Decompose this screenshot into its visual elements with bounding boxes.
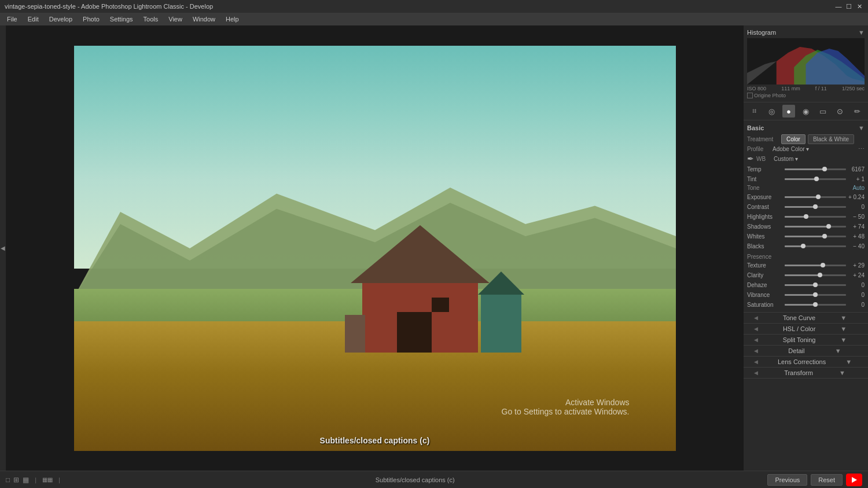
basic-toggle[interactable]: ▼ (858, 124, 865, 131)
saturation-slider[interactable] (785, 304, 846, 306)
eyedropper-icon[interactable]: ✒ (747, 154, 754, 163)
bottom-bar: □ ⊞ ▦ | ▦▦ | Subtitles/closed captions (… (0, 471, 868, 488)
temp-slider-row: Temp 6167 (747, 164, 865, 174)
youtube-icon[interactable] (846, 474, 862, 486)
profile-value[interactable]: Adobe Color ▾ (773, 146, 856, 152)
split-toning-section[interactable]: ◀ Split Toning ▼ (744, 335, 868, 346)
window-controls: — ☐ ✕ (834, 2, 863, 10)
menu-tools[interactable]: Tools (139, 14, 163, 24)
separator-1: | (35, 476, 36, 483)
clarity-fill (785, 274, 820, 276)
clarity-thumb[interactable] (818, 273, 822, 277)
adjustment-brush-tool[interactable]: ✏ (851, 105, 863, 118)
tone-curve-header: ◀ Tone Curve ▼ (747, 314, 865, 321)
red-eye-tool[interactable]: ◉ (799, 105, 812, 118)
menu-edit[interactable]: Edit (23, 14, 43, 24)
transform-section[interactable]: ◀ Transform ▼ (744, 368, 868, 379)
clarity-slider-row: Clarity + 24 (747, 270, 865, 280)
shadows-thumb[interactable] (826, 224, 831, 229)
vibrance-slider[interactable] (785, 294, 846, 296)
reset-button[interactable]: Reset (811, 474, 843, 486)
exposure-label: Exposure (747, 194, 785, 200)
menu-photo[interactable]: Photo (78, 14, 104, 24)
view-mode-compare[interactable]: ▦ (23, 476, 29, 484)
saturation-thumb[interactable] (813, 302, 818, 307)
shadows-slider[interactable] (785, 226, 846, 228)
graduated-filter-tool[interactable]: ▭ (816, 105, 829, 118)
whites-fill (785, 236, 825, 237)
tone-curve-section[interactable]: ◀ Tone Curve ▼ (744, 313, 868, 324)
retouch-tool[interactable]: ● (782, 105, 795, 118)
contrast-slider[interactable] (785, 206, 846, 208)
dehaze-slider[interactable] (785, 284, 846, 286)
lens-corrections-section[interactable]: ◀ Lens Corrections ▼ (744, 357, 868, 368)
svg-marker-9 (747, 61, 777, 85)
contrast-thumb[interactable] (813, 204, 818, 209)
youtube-play-icon (852, 477, 857, 483)
temp-thumb[interactable] (822, 167, 827, 171)
spot-removal-tool[interactable]: ◎ (765, 105, 778, 118)
close-button[interactable]: ✕ (855, 2, 863, 10)
tone-row: Tone Auto (747, 185, 865, 191)
lens-corrections-header: ◀ Lens Corrections ▼ (747, 358, 865, 365)
menu-settings[interactable]: Settings (105, 14, 138, 24)
orig-photo-label: Origine Photo (754, 93, 786, 98)
menu-develop[interactable]: Develop (45, 14, 77, 24)
orig-photo-checkbox[interactable] (747, 93, 753, 98)
lens-corrections-title: Lens Corrections (778, 358, 826, 365)
highlights-slider[interactable] (785, 216, 846, 218)
window-title: vintage-sepia-toned-style - Adobe Photos… (5, 3, 213, 10)
previous-button[interactable]: Previous (767, 474, 807, 486)
texture-thumb[interactable] (821, 263, 825, 267)
treatment-bw-button[interactable]: Black & White (808, 134, 854, 144)
crop-tool[interactable]: ⌗ (748, 105, 761, 118)
saturation-value: 0 (846, 302, 865, 308)
vibrance-thumb[interactable] (813, 292, 818, 297)
contrast-slider-row: Contrast 0 (747, 202, 865, 211)
dehaze-thumb[interactable] (813, 282, 818, 287)
whites-thumb[interactable] (822, 234, 827, 239)
detail-title: Detail (788, 347, 804, 354)
temp-slider[interactable] (785, 168, 846, 170)
treatment-color-button[interactable]: Color (781, 134, 806, 144)
exposure-thumb[interactable] (816, 195, 821, 199)
whites-slider[interactable] (785, 236, 846, 237)
menu-view[interactable]: View (164, 14, 187, 24)
texture-slider[interactable] (785, 265, 846, 266)
hsl-color-section[interactable]: ◀ HSL / Color ▼ (744, 324, 868, 335)
view-mode-single[interactable]: □ (6, 476, 10, 484)
histogram-expand-icon[interactable]: ▼ (858, 29, 865, 36)
tint-slider[interactable] (785, 178, 846, 180)
minimize-button[interactable]: — (834, 2, 843, 10)
view-mode-grid[interactable]: ⊞ (13, 476, 19, 484)
transform-title: Transform (784, 369, 813, 376)
tone-auto-button[interactable]: Auto (852, 185, 865, 191)
blacks-slider[interactable] (785, 245, 846, 247)
detail-section[interactable]: ◀ Detail ▼ (744, 346, 868, 357)
exposure-slider-row: Exposure + 0.24 (747, 192, 865, 201)
menu-file[interactable]: File (2, 14, 22, 24)
clarity-slider[interactable] (785, 274, 846, 276)
menu-help[interactable]: Help (221, 14, 244, 24)
vibrance-slider-row: Vibrance 0 (747, 290, 865, 299)
highlights-fill (785, 216, 806, 218)
transform-header: ◀ Transform ▼ (747, 369, 865, 376)
transform-expand-icon: ▼ (839, 369, 845, 376)
svg-rect-7 (481, 295, 521, 353)
split-toning-header: ◀ Split Toning ▼ (747, 336, 865, 343)
contrast-value: 0 (846, 204, 865, 210)
wb-value[interactable]: Custom ▾ (774, 156, 865, 162)
lens-left-arrow: ◀ (754, 359, 758, 365)
highlights-thumb[interactable] (804, 214, 808, 219)
bottom-subtitle: Subtitles/closed captions (c) (376, 476, 455, 483)
blacks-thumb[interactable] (801, 244, 806, 248)
menu-window[interactable]: Window (188, 14, 220, 24)
radial-filter-tool[interactable]: ⊙ (834, 105, 847, 118)
maximize-button[interactable]: ☐ (845, 2, 853, 10)
tint-thumb[interactable] (814, 177, 819, 181)
tools-row: ⌗ ◎ ● ◉ ▭ ⊙ ✏ (744, 102, 868, 120)
left-panel-toggle[interactable]: ◀ (1, 245, 5, 251)
svg-marker-3 (351, 225, 490, 283)
tone-curve-expand-icon: ▼ (840, 314, 847, 321)
exposure-slider[interactable] (785, 196, 846, 198)
